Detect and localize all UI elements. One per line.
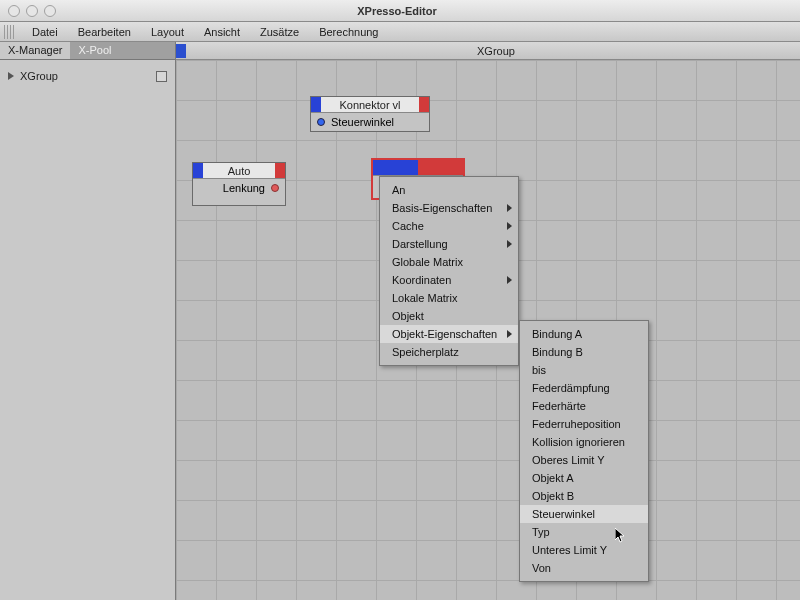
port-input-icon[interactable] xyxy=(317,118,325,126)
tab-x-pool[interactable]: X-Pool xyxy=(70,42,119,59)
node-cap-left-icon xyxy=(193,163,203,178)
zoom-icon[interactable] xyxy=(44,5,56,17)
node-konnektor[interactable]: Konnektor vl Steuerwinkel xyxy=(310,96,430,132)
node-port-row: Lenkung xyxy=(193,179,285,197)
menu-ansicht[interactable]: Ansicht xyxy=(194,26,250,38)
node-title-label: Konnektor vl xyxy=(321,97,419,112)
context-submenu-item[interactable]: Steuerwinkel xyxy=(520,505,648,523)
window-title: XPresso-Editor xyxy=(56,5,738,17)
context-menu-item[interactable]: Speicherplatz xyxy=(380,343,518,361)
node-port-row: Steuerwinkel xyxy=(311,113,429,131)
context-submenu-item[interactable]: Federhärte xyxy=(520,397,648,415)
tab-x-manager[interactable]: X-Manager xyxy=(0,42,70,59)
context-menu-item[interactable]: Lokale Matrix xyxy=(380,289,518,307)
canvas-header: XGroup xyxy=(176,42,800,60)
window-controls xyxy=(8,5,56,17)
context-submenu-item[interactable]: Unteres Limit Y xyxy=(520,541,648,559)
canvas-area: XGroup Konnektor vl Steuerwinkel A xyxy=(176,42,800,600)
context-menu-item[interactable]: Cache xyxy=(380,217,518,235)
sidebar-tree: XGroup xyxy=(0,60,175,92)
context-menu-item[interactable]: Objekt xyxy=(380,307,518,325)
context-menu-item[interactable]: Darstellung xyxy=(380,235,518,253)
context-submenu[interactable]: Bindung ABindung BbisFederdämpfungFederh… xyxy=(519,320,649,582)
context-submenu-item[interactable]: Objekt B xyxy=(520,487,648,505)
node-canvas[interactable]: Konnektor vl Steuerwinkel Auto Lenkung xyxy=(176,60,800,600)
context-menu-item[interactable]: Basis-Eigenschaften xyxy=(380,199,518,217)
node-cap-right-icon xyxy=(418,160,463,175)
minimize-icon[interactable] xyxy=(26,5,38,17)
context-menu-item[interactable]: Objekt-Eigenschaften xyxy=(380,325,518,343)
context-menu-item[interactable]: An xyxy=(380,181,518,199)
node-title[interactable]: Konnektor vl xyxy=(311,97,429,113)
context-menu-item[interactable]: Koordinaten xyxy=(380,271,518,289)
canvas-header-chip-icon xyxy=(176,44,186,58)
context-submenu-item[interactable]: Bindung A xyxy=(520,325,648,343)
node-cap-left-icon xyxy=(373,160,418,175)
context-submenu-item[interactable]: Kollision ignorieren xyxy=(520,433,648,451)
node-title[interactable]: Auto xyxy=(193,163,285,179)
sidebar-tabs: X-Manager X-Pool xyxy=(0,42,175,60)
node-auto[interactable]: Auto Lenkung xyxy=(192,162,286,206)
mouse-cursor-icon xyxy=(615,528,627,544)
context-menu-item[interactable]: Globale Matrix xyxy=(380,253,518,271)
node-cap-right-icon xyxy=(275,163,285,178)
canvas-header-label: XGroup xyxy=(192,45,800,57)
tree-row-xgroup[interactable]: XGroup xyxy=(8,70,167,82)
node-cap-right-icon xyxy=(419,97,429,112)
context-submenu-item[interactable]: Objekt A xyxy=(520,469,648,487)
context-submenu-item[interactable]: Typ xyxy=(520,523,648,541)
context-submenu-item[interactable]: Bindung B xyxy=(520,343,648,361)
tree-item-label: XGroup xyxy=(20,70,58,82)
disclosure-triangle-icon[interactable] xyxy=(8,72,14,80)
menu-berechnung[interactable]: Berechnung xyxy=(309,26,388,38)
menu-bearbeiten[interactable]: Bearbeiten xyxy=(68,26,141,38)
close-icon[interactable] xyxy=(8,5,20,17)
titlebar: XPresso-Editor xyxy=(0,0,800,22)
context-submenu-item[interactable]: Oberes Limit Y xyxy=(520,451,648,469)
menu-zusaetze[interactable]: Zusätze xyxy=(250,26,309,38)
tree-item-flag-icon[interactable] xyxy=(156,71,167,82)
context-submenu-item[interactable]: Von xyxy=(520,559,648,577)
menu-datei[interactable]: Datei xyxy=(22,26,68,38)
menubar-grip-icon[interactable] xyxy=(4,25,14,39)
node-cap-left-icon xyxy=(311,97,321,112)
context-submenu-item[interactable]: Federdämpfung xyxy=(520,379,648,397)
context-submenu-item[interactable]: Federruheposition xyxy=(520,415,648,433)
port-label: Lenkung xyxy=(223,182,265,194)
context-submenu-item[interactable]: bis xyxy=(520,361,648,379)
port-label: Steuerwinkel xyxy=(331,116,394,128)
node-title-label: Auto xyxy=(203,163,275,178)
context-menu[interactable]: AnBasis-EigenschaftenCacheDarstellungGlo… xyxy=(379,176,519,366)
menu-layout[interactable]: Layout xyxy=(141,26,194,38)
menubar: Datei Bearbeiten Layout Ansicht Zusätze … xyxy=(0,22,800,42)
sidebar: X-Manager X-Pool XGroup xyxy=(0,42,176,600)
port-output-icon[interactable] xyxy=(271,184,279,192)
